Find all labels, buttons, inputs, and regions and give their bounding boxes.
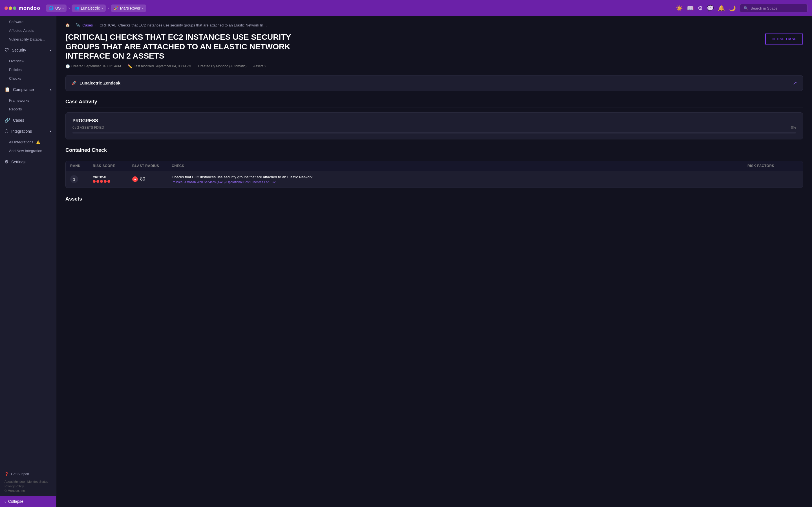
sidebar-item-label: Software: [9, 20, 23, 24]
space-pill[interactable]: 🚀 Mars Rover ▾: [111, 4, 146, 12]
sidebar-group-compliance[interactable]: 📋 Compliance ▴: [0, 84, 56, 95]
integrations-icon: ⬡: [4, 128, 8, 134]
sidebar-item-label: Overview: [9, 59, 24, 63]
progress-bar-bg: [72, 132, 796, 133]
privacy-policy-link[interactable]: Privacy Policy: [4, 485, 24, 488]
table-header-row: Rank Risk Score Blast Radius Check Risk …: [66, 161, 803, 171]
main-content: 🏠 › 📎 Cases › [CRITICAL] Checks that EC2…: [56, 16, 812, 507]
sidebar-security-items: Overview Policies Checks: [0, 55, 56, 84]
rank-badge: 1: [70, 175, 78, 183]
check-name: Checks that EC2 instances use security g…: [172, 175, 748, 179]
sidebar-group-security[interactable]: 🛡 Security ▴: [0, 45, 56, 55]
assets-header: Assets: [65, 196, 803, 202]
breadcrumb-sep-2: ›: [95, 23, 96, 27]
search-bar[interactable]: 🔍 Search in Space: [740, 4, 808, 12]
chevron-down-icon-3: ▾: [142, 7, 144, 10]
nav-breadcrumb: 🌐 US ▾ › 👥 Lunalectric ▾ › 🚀 Mars Rover …: [46, 4, 672, 12]
logo-circle-red: [4, 6, 8, 10]
cases-icon: 🔗: [4, 117, 10, 123]
sidebar-footer: ❓ Get Support About Mondoo · Mondoo Stat…: [0, 467, 56, 496]
table-row[interactable]: 1 CRITICAL ● 80 Che: [66, 171, 803, 188]
sidebar-item-policies[interactable]: Policies: [0, 65, 56, 74]
chevron-up-icon: ▴: [50, 48, 52, 52]
col-header-blast-radius: Blast Radius: [132, 164, 172, 168]
zendesk-card: 🚀 Lunalectric Zendesk ↗: [65, 75, 803, 91]
notifications-button[interactable]: 🔔: [718, 5, 725, 11]
home-icon[interactable]: 🏠: [65, 23, 70, 27]
sidebar-group-settings[interactable]: ⚙ Settings: [0, 156, 56, 167]
breadcrumb: 🏠 › 📎 Cases › [CRITICAL] Checks that EC2…: [65, 23, 803, 27]
risk-dot-4: [104, 180, 107, 183]
close-case-button[interactable]: CLOSE CASE: [765, 34, 803, 45]
main-layout: Software Affected Assets Vulnerability D…: [0, 16, 812, 507]
sidebar: Software Affected Assets Vulnerability D…: [0, 16, 56, 507]
sidebar-item-add-integration[interactable]: Add New Integration: [0, 147, 56, 155]
blast-icon: ●: [132, 176, 138, 182]
region-pill[interactable]: 🌐 US ▾: [46, 4, 66, 12]
sidebar-item-label: Policies: [9, 68, 22, 72]
sidebar-item-label: Affected Assets: [9, 29, 34, 33]
org-icon: 👥: [74, 6, 79, 10]
github-icon-button[interactable]: ⚙: [698, 5, 703, 11]
col-header-risk-score: Risk Score: [93, 164, 132, 168]
sidebar-item-label: Add New Integration: [9, 149, 42, 153]
sidebar-item-software[interactable]: Software: [0, 17, 56, 26]
breadcrumb-cases-link[interactable]: Cases: [82, 23, 93, 27]
risk-label: CRITICAL: [93, 175, 132, 179]
sidebar-item-reports[interactable]: Reports: [0, 105, 56, 114]
progress-meta: 0 / 2 ASSETS FIXED 0%: [72, 126, 796, 129]
risk-dot-2: [96, 180, 99, 183]
sidebar-item-vuln-db[interactable]: Vulnerability Databa...: [0, 35, 56, 44]
sidebar-item-all-integrations[interactable]: All Integrations ⚠️: [0, 138, 56, 147]
risk-dots: [93, 180, 132, 183]
mondoo-status-link[interactable]: Mondoo Status: [28, 480, 48, 483]
chevron-down-icon-2: ▾: [101, 7, 103, 10]
logo[interactable]: mondoo: [4, 5, 40, 11]
nav-actions: ☀️ 📖 ⚙ 💬 🔔 🌙 🔍 Search in Space: [676, 4, 808, 12]
chevron-up-icon-2: ▴: [50, 88, 52, 91]
progress-title: PROGRESS: [72, 118, 796, 123]
collapse-button[interactable]: ‹ Collapse: [0, 496, 56, 507]
breadcrumb-current: [CRITICAL] Checks that EC2 instances use…: [99, 23, 268, 27]
org-pill[interactable]: 👥 Lunalectric ▾: [71, 4, 106, 12]
sidebar-item-label: Checks: [9, 76, 21, 80]
search-icon: 🔍: [744, 6, 748, 10]
external-link-icon[interactable]: ↗: [793, 80, 797, 86]
slack-icon-button[interactable]: 💬: [707, 5, 714, 11]
sidebar-item-checks[interactable]: Checks: [0, 74, 56, 83]
risk-dot-5: [107, 180, 110, 183]
settings-icon: ⚙: [4, 159, 8, 165]
nav-sep-1: ›: [68, 6, 70, 11]
sidebar-group-cases[interactable]: 🔗 Cases: [0, 115, 56, 126]
copyright-text: © Mondoo, Inc.: [4, 489, 26, 492]
sidebar-item-overview[interactable]: Overview: [0, 57, 56, 65]
sidebar-item-label: All Integrations: [9, 140, 33, 144]
logo-circle-green: [13, 6, 16, 10]
shield-icon: 🛡: [4, 48, 9, 53]
case-activity-header: Case Activity: [65, 99, 803, 108]
breadcrumb-icon: 📎: [75, 23, 80, 27]
logo-circle-yellow: [9, 6, 12, 10]
pencil-icon: ✏️: [128, 64, 132, 68]
dark-mode-button[interactable]: 🌙: [729, 5, 736, 11]
sidebar-item-affected-assets[interactable]: Affected Assets: [0, 26, 56, 35]
check-policy: Policies Amazon Web Services (AWS) Opera…: [172, 180, 748, 184]
topnav: mondoo 🌐 US ▾ › 👥 Lunalectric ▾ › 🚀 Mars…: [0, 0, 812, 16]
theme-toggle-button[interactable]: ☀️: [676, 5, 683, 11]
warning-icon: ⚠️: [36, 140, 40, 144]
created-meta: 🕐 Created September 04, 03:14PM: [65, 64, 121, 68]
sidebar-item-get-support[interactable]: ❓ Get Support: [4, 470, 52, 478]
clock-icon: 🕐: [65, 64, 70, 68]
breadcrumb-sep-1: ›: [72, 23, 73, 27]
sidebar-group-integrations[interactable]: ⬡ Integrations ▴: [0, 126, 56, 136]
logo-text: mondoo: [18, 5, 40, 11]
book-icon-button[interactable]: 📖: [687, 5, 694, 11]
blast-radius-cell: ● 80: [132, 176, 172, 182]
meta-row: 🕐 Created September 04, 03:14PM ✏️ Last …: [65, 64, 803, 68]
sidebar-item-frameworks[interactable]: Frameworks: [0, 96, 56, 105]
space-icon: 🚀: [114, 6, 118, 10]
about-mondoo-link[interactable]: About Mondoo: [4, 480, 25, 483]
sidebar-item-label: Reports: [9, 107, 22, 111]
risk-dot-1: [93, 180, 96, 183]
col-header-risk-factors: Risk Factors: [748, 164, 798, 168]
